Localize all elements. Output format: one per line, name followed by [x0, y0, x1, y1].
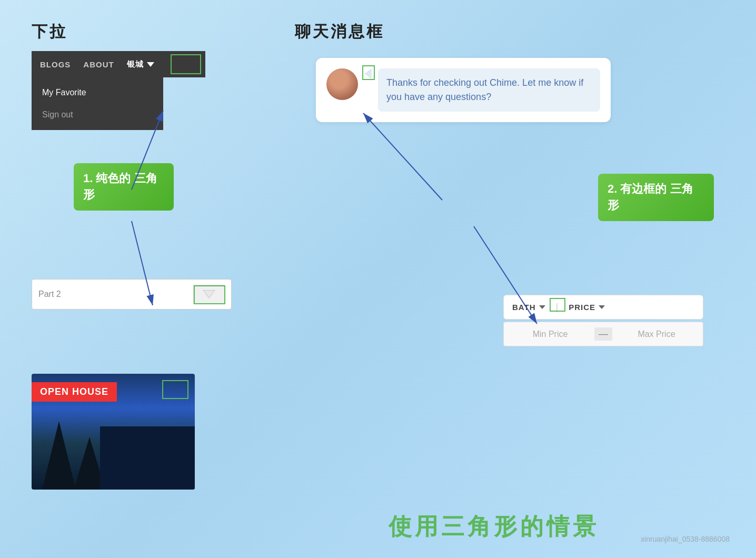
bath-label: BATH	[512, 303, 536, 312]
part2-triangle-area	[193, 285, 225, 304]
chat-section-label-wrapper: 聊天消息框	[295, 21, 384, 51]
dropdown-myfavorite[interactable]: My Favorite	[32, 82, 163, 104]
green-highlight-openhouse	[162, 380, 188, 399]
section-label-chat: 聊天消息框	[295, 21, 384, 43]
bath-filter-btn[interactable]: BATH	[512, 303, 545, 312]
part2-container: Part 2	[32, 279, 253, 310]
price-label: PRICE	[569, 303, 595, 312]
nav-yincheng-text: 银城	[127, 59, 144, 69]
building-silhouette	[100, 426, 195, 490]
price-filter-container: BATH | PRICE Min Price — Max Price	[503, 295, 724, 346]
chat-message: Thanks for checking out Chime. Let me kn…	[378, 68, 600, 112]
bottom-text: 使用三角形的情景	[389, 513, 599, 539]
filter-bar-wrapper: BATH | PRICE	[503, 295, 724, 320]
section-label-dropdown: 下拉	[32, 21, 253, 43]
left-column: 下拉 BLOGS ABOUT 银城 My Favorite Sign out	[32, 21, 253, 130]
nav-yincheng[interactable]: 银城	[127, 59, 154, 69]
filter-divider: |	[556, 302, 559, 313]
dropdown-menu: My Favorite Sign out	[32, 77, 163, 130]
green-highlight-nav	[171, 54, 201, 74]
nav-about[interactable]: ABOUT	[83, 60, 114, 69]
nav-caret-icon	[147, 62, 154, 67]
part2-input-row: Part 2	[32, 279, 232, 310]
watermark: xinruanjihai_0538-8886008	[641, 535, 730, 543]
annotation-text-1: 1. 纯色的 三角形	[83, 172, 157, 201]
chat-arrow-area	[364, 68, 372, 79]
nav-blogs[interactable]: BLOGS	[40, 60, 71, 69]
open-house-container: OPEN HOUSE	[32, 374, 195, 490]
chat-bubble-triangle	[364, 68, 372, 79]
avatar	[326, 68, 358, 100]
avatar-inner	[326, 68, 358, 100]
price-filter-btn[interactable]: PRICE	[569, 303, 605, 312]
annotation-box-1: 1. 纯色的 三角形	[74, 163, 174, 211]
bath-caret-icon	[539, 305, 545, 309]
chat-triangle-icon	[364, 68, 372, 79]
min-price-input[interactable]: Min Price	[511, 330, 589, 339]
chat-container: Thanks for checking out Chime. Let me kn…	[316, 58, 611, 122]
annotation-box-2: 2. 有边框的 三角形	[598, 174, 714, 221]
annotation-text-2: 2. 有边框的 三角形	[608, 182, 693, 212]
outlined-triangle-icon	[203, 290, 215, 298]
price-caret-icon	[599, 305, 605, 309]
max-price-input[interactable]: Max Price	[618, 330, 695, 339]
open-house-badge: OPEN HOUSE	[32, 382, 117, 402]
filter-bar: BATH | PRICE	[503, 295, 703, 320]
nav-bar: BLOGS ABOUT 银城	[32, 51, 205, 77]
price-inputs-row: Min Price — Max Price	[503, 322, 703, 346]
part2-label: Part 2	[38, 290, 193, 299]
open-house-bg: OPEN HOUSE	[32, 374, 195, 490]
price-dash: —	[594, 327, 612, 341]
dropdown-signout[interactable]: Sign out	[32, 104, 163, 126]
svg-line-2	[363, 113, 442, 200]
